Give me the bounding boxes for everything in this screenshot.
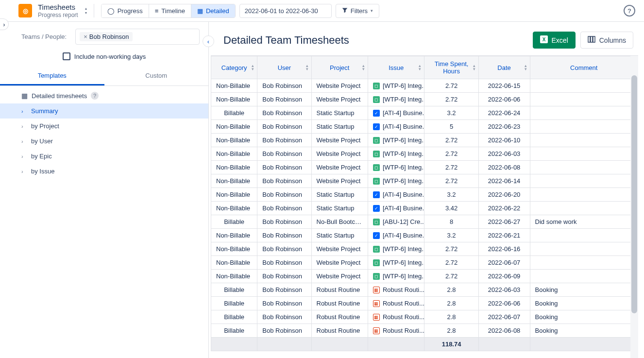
app-title-block[interactable]: Timesheets Progress report	[38, 3, 78, 18]
table-row[interactable]: Non-BillableBob RobinsonStatic Startup✓[…	[211, 188, 638, 202]
timesheet-table: Category▴▾ User▴▾ Project▴▾ Issue▴▾ Time…	[211, 56, 638, 351]
issue-type-icon: ◻	[373, 178, 380, 185]
tree-item-label: by User	[31, 137, 53, 145]
issue-type-icon: ◻	[373, 83, 380, 89]
table-row[interactable]: Non-BillableBob RobinsonWebsite Project◻…	[211, 270, 638, 283]
issue-type-icon: ◻	[373, 219, 380, 225]
tab-custom[interactable]: Custom	[104, 67, 209, 85]
sort-icon: ▴▾	[419, 64, 421, 71]
issue-type-icon: ▦	[373, 287, 380, 293]
sidebar-tabs: Templates Custom	[0, 67, 208, 86]
table-scroll[interactable]: Category▴▾ User▴▾ Project▴▾ Issue▴▾ Time…	[211, 55, 638, 358]
tree-item-by-epic[interactable]: ›by Epic	[0, 149, 208, 164]
sort-icon: ▴▾	[362, 64, 365, 71]
vertical-scrollbar[interactable]	[630, 56, 638, 358]
export-excel-button[interactable]: X Excel	[533, 32, 576, 49]
table-row[interactable]: Non-BillableBob RobinsonWebsite Project◻…	[211, 174, 638, 188]
issue-type-icon: ✓	[373, 123, 380, 130]
teams-label: Teams / People:	[21, 33, 67, 40]
tree-item-label: by Project	[31, 122, 59, 130]
report-switcher[interactable]: ▴▾	[85, 6, 87, 15]
tree-item-by-user[interactable]: ›by User	[0, 134, 208, 149]
view-timeline[interactable]: ≡Timeline	[149, 4, 191, 17]
sort-icon: ▴▾	[473, 64, 475, 71]
view-timeline-label: Timeline	[161, 7, 185, 15]
page-title: Detailed Team Timesheets	[223, 34, 349, 47]
tree-item-label: Summary	[31, 107, 58, 115]
col-project[interactable]: Project▴▾	[311, 56, 368, 79]
table-row[interactable]: Non-BillableBob RobinsonWebsite Project◻…	[211, 161, 638, 174]
table-row[interactable]: Non-BillableBob RobinsonWebsite Project◻…	[211, 242, 638, 256]
table-row[interactable]: BillableBob RobinsonRobust Routine▦Robus…	[211, 283, 638, 297]
caret-down-icon: ▾	[371, 8, 373, 13]
issue-type-icon: ◻	[373, 151, 380, 157]
sidebar: ‹ Teams / People: × Bob Robinson Include…	[0, 22, 209, 358]
col-comment[interactable]: Comment▴▾	[530, 56, 638, 79]
divider	[94, 4, 94, 17]
sort-icon: ▴▾	[525, 64, 527, 71]
chevron-right-icon: ›	[21, 169, 26, 174]
chevron-right-icon: ›	[3, 21, 5, 28]
table-row[interactable]: Non-BillableBob RobinsonStatic Startup✓[…	[211, 202, 638, 215]
scrollbar-thumb[interactable]	[631, 75, 637, 313]
col-time[interactable]: Time Spent, Hours▴▾	[424, 56, 478, 79]
table-row[interactable]: Non-BillableBob RobinsonWebsite Project◻…	[211, 256, 638, 270]
col-category[interactable]: Category▴▾	[211, 56, 257, 79]
table-row[interactable]: BillableBob RobinsonRobust Routine▦Robus…	[211, 324, 638, 338]
table-row[interactable]: BillableBob RobinsonRobust Routine▦Robus…	[211, 310, 638, 324]
table-row[interactable]: BillableBob RobinsonRobust Routine▦Robus…	[211, 297, 638, 310]
col-issue[interactable]: Issue▴▾	[368, 56, 424, 79]
timeline-icon: ≡	[155, 7, 159, 15]
table-row[interactable]: Non-BillableBob RobinsonStatic Startup✓[…	[211, 229, 638, 242]
svg-rect-2	[588, 36, 590, 42]
table-row[interactable]: Non-BillableBob RobinsonWebsite Project◻…	[211, 93, 638, 106]
svg-text:X: X	[542, 37, 545, 42]
issue-type-icon: ✓	[373, 110, 380, 117]
view-progress[interactable]: ◯Progress	[102, 4, 149, 17]
issue-type-icon: ✓	[373, 191, 380, 198]
help-button[interactable]: ?	[624, 5, 635, 17]
chevron-up-icon: ▴	[85, 6, 87, 11]
table-row[interactable]: Non-BillableBob RobinsonWebsite Project◻…	[211, 134, 638, 147]
view-detailed[interactable]: ▦Detailed	[191, 4, 235, 17]
excel-icon: X	[540, 35, 548, 45]
topbar: › ◎ Timesheets Progress report ▴▾ ◯Progr…	[0, 0, 644, 22]
chevron-down-icon: ▾	[85, 11, 87, 15]
columns-icon	[588, 35, 595, 45]
table-row[interactable]: BillableBob RobinsonNo-Bull Bootcamp◻[AB…	[211, 215, 638, 229]
filters-label: Filters	[351, 7, 368, 15]
include-nonworking-checkbox[interactable]	[63, 52, 70, 60]
tree-item-by-issue[interactable]: ›by Issue	[0, 164, 208, 179]
table-row[interactable]: BillableBob RobinsonStatic Startup✓[ATI-…	[211, 106, 638, 120]
totals-row: 118.74	[211, 338, 638, 351]
tab-templates[interactable]: Templates	[0, 67, 104, 85]
excel-label: Excel	[552, 36, 568, 44]
col-date[interactable]: Date▴▾	[478, 56, 530, 79]
date-range-input[interactable]	[239, 4, 332, 18]
table-row[interactable]: Non-BillableBob RobinsonWebsite Project◻…	[211, 147, 638, 161]
table-row[interactable]: Non-BillableBob RobinsonWebsite Project◻…	[211, 79, 638, 93]
table-row[interactable]: Non-BillableBob RobinsonStatic Startup✓[…	[211, 120, 638, 134]
columns-button[interactable]: Columns	[580, 32, 633, 49]
col-user[interactable]: User▴▾	[257, 56, 311, 79]
issue-type-icon: ▦	[373, 300, 380, 307]
issue-type-icon: ◻	[373, 259, 380, 266]
app-icon: ◎	[18, 4, 32, 17]
person-chip: × Bob Robinson	[80, 32, 133, 41]
remove-chip-icon[interactable]: ×	[84, 33, 87, 40]
tree-item-by-project[interactable]: ›by Project	[0, 119, 208, 134]
chevron-right-icon: ›	[21, 138, 26, 144]
svg-rect-3	[591, 36, 593, 42]
filters-button[interactable]: Filters ▾	[336, 4, 379, 18]
people-input[interactable]: × Bob Robinson	[75, 29, 200, 45]
chevron-right-icon: ›	[21, 123, 26, 129]
issue-type-icon: ◻	[373, 246, 380, 253]
section-help-icon[interactable]: ?	[91, 92, 99, 100]
sidebar-tree: ›Summary›by Project›by User›by Epic›by I…	[0, 102, 208, 181]
collapse-sidebar-handle[interactable]: ‹	[203, 35, 214, 47]
total-hours: 118.74	[424, 338, 478, 351]
issue-type-icon: ◻	[373, 164, 380, 171]
tree-item-summary[interactable]: ›Summary	[0, 103, 208, 119]
progress-icon: ◯	[107, 7, 115, 15]
tree-item-label: by Epic	[31, 153, 52, 160]
